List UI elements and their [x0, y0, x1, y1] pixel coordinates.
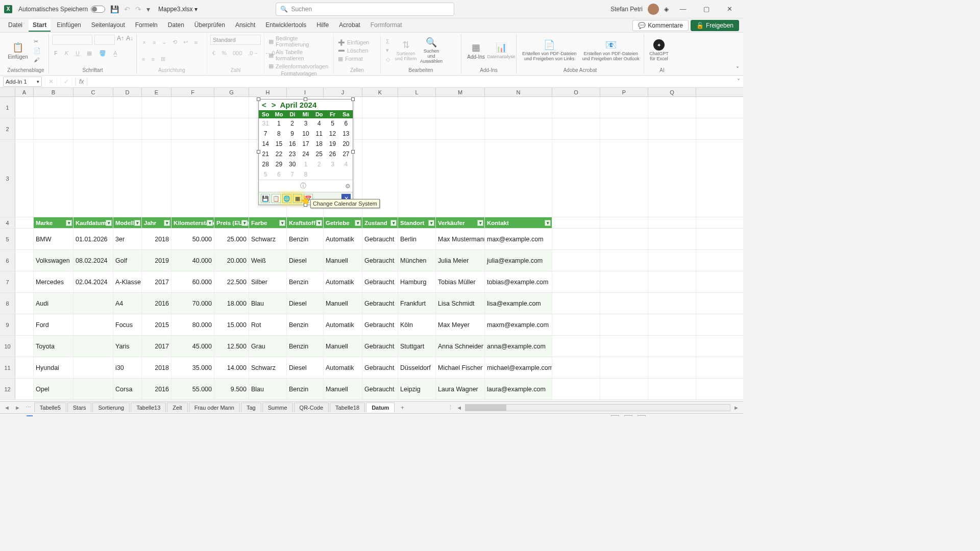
spreadsheet-grid[interactable]: A B C D E F G H I J K L M N O P Q 1234Ma…: [0, 88, 743, 401]
calendar-day[interactable]: 19: [326, 139, 339, 149]
col-header[interactable]: O: [552, 88, 600, 96]
cell[interactable]: [113, 97, 142, 118]
calendar-day[interactable]: 15: [272, 139, 285, 149]
increase-decimal-icon[interactable]: .0→: [246, 49, 260, 57]
cell[interactable]: [15, 229, 34, 249]
sheet-tab[interactable]: Sortierung: [92, 403, 130, 412]
cell[interactable]: [15, 118, 34, 139]
calendar-day[interactable]: 5: [259, 169, 272, 180]
calendar-system-button[interactable]: 🌐: [282, 194, 291, 203]
table-cell[interactable]: 15.000: [214, 314, 249, 335]
calendar-day[interactable]: 26: [326, 149, 339, 159]
table-cell[interactable]: Gebraucht: [362, 229, 398, 249]
zoom-level[interactable]: 100 %: [723, 416, 739, 417]
align-center-icon[interactable]: ≡: [140, 55, 147, 63]
document-name[interactable]: Mappe3.xlsx▾: [158, 6, 198, 13]
search-box[interactable]: 🔍 Suchen: [276, 3, 454, 16]
table-cell[interactable]: Automatik: [324, 229, 362, 249]
table-cell[interactable]: Frankfurt: [398, 293, 436, 314]
cell[interactable]: [600, 271, 648, 292]
table-cell[interactable]: Gebraucht: [362, 293, 398, 314]
delete-cells-button[interactable]: ➖ Löschen: [337, 47, 370, 55]
cell[interactable]: [398, 118, 436, 139]
table-cell[interactable]: Toyota: [34, 336, 74, 357]
table-cell[interactable]: 08.02.2024: [74, 250, 113, 271]
find-select-button[interactable]: 🔍Suchen und Auswählen: [420, 36, 443, 65]
table-cell[interactable]: 02.04.2024: [74, 271, 113, 292]
font-color-button[interactable]: A̲: [111, 49, 119, 58]
table-cell[interactable]: Tobias Müller: [436, 271, 485, 292]
redo-icon[interactable]: ↷: [135, 5, 141, 13]
cell[interactable]: [362, 97, 398, 118]
cell[interactable]: [436, 118, 485, 139]
cell[interactable]: [34, 140, 74, 217]
table-cell[interactable]: Schwarz: [249, 357, 287, 378]
table-cell[interactable]: 50.000: [172, 229, 214, 249]
cell[interactable]: [15, 140, 34, 217]
close-button[interactable]: ✕: [721, 5, 739, 13]
table-cell[interactable]: Benzin: [287, 379, 324, 399]
cell[interactable]: [214, 140, 249, 217]
table-cell[interactable]: Manuell: [324, 293, 362, 314]
paste-button[interactable]: 📋Einfügen: [6, 36, 30, 65]
cell[interactable]: [552, 314, 600, 335]
cell[interactable]: [648, 336, 696, 357]
calendar-day[interactable]: 4: [312, 118, 326, 129]
cell[interactable]: [648, 293, 696, 314]
table-cell[interactable]: 20.000: [214, 250, 249, 271]
calendar-tool-1[interactable]: 💾: [261, 194, 270, 203]
cell[interactable]: [15, 379, 34, 399]
col-header[interactable]: B: [34, 88, 74, 96]
table-cell[interactable]: Manuell: [324, 379, 362, 399]
cell[interactable]: [600, 293, 648, 314]
cell[interactable]: [600, 217, 648, 228]
filter-dropdown-icon[interactable]: ▾: [164, 220, 170, 226]
cell[interactable]: [15, 97, 34, 118]
calendar-day[interactable]: 13: [339, 129, 353, 139]
select-all-corner[interactable]: [0, 88, 15, 96]
calendar-day[interactable]: 7: [286, 169, 299, 180]
filter-dropdown-icon[interactable]: ▾: [545, 220, 551, 226]
row-header[interactable]: 2: [0, 118, 15, 139]
avatar[interactable]: [648, 4, 659, 15]
calendar-day[interactable]: 16: [286, 139, 299, 149]
table-header-cell[interactable]: Verkäufer▾: [436, 217, 485, 228]
table-cell[interactable]: Benzin: [287, 336, 324, 357]
sheet-nav-menu[interactable]: ⋯: [23, 404, 33, 411]
table-cell[interactable]: 25.000: [214, 229, 249, 249]
col-header[interactable]: E: [142, 88, 172, 96]
col-header[interactable]: I: [287, 88, 324, 96]
table-cell[interactable]: Blau: [249, 293, 287, 314]
table-cell[interactable]: Laura Wagner: [436, 379, 485, 399]
calendar-tool-4[interactable]: ▦: [293, 194, 302, 203]
zoom-out-button[interactable]: —: [651, 416, 656, 417]
calendar-tool-2[interactable]: 📋: [272, 194, 281, 203]
table-cell[interactable]: Opel: [34, 379, 74, 399]
table-cell[interactable]: Hyundai: [34, 357, 74, 378]
table-cell[interactable]: Benzin: [287, 314, 324, 335]
sheet-tab[interactable]: Datum: [366, 403, 395, 412]
table-cell[interactable]: Benzin: [287, 271, 324, 292]
menu-tab-entwicklertools[interactable]: Entwicklertools: [261, 19, 310, 32]
calendar-day[interactable]: 11: [312, 129, 326, 139]
table-cell[interactable]: 70.000: [172, 293, 214, 314]
calendar-day[interactable]: 9: [286, 129, 299, 139]
undo-icon[interactable]: ↶: [124, 5, 130, 13]
sheet-tab[interactable]: Tabelle13: [131, 403, 166, 412]
menu-tab-überprüfen[interactable]: Überprüfen: [190, 19, 229, 32]
table-cell[interactable]: [74, 293, 113, 314]
menu-tab-seitenlayout[interactable]: Seitenlayout: [87, 19, 129, 32]
cell[interactable]: [600, 336, 648, 357]
table-cell[interactable]: Diesel: [287, 293, 324, 314]
align-middle-icon[interactable]: ≡: [151, 38, 158, 46]
sheet-nav-prev[interactable]: ◄: [2, 405, 12, 411]
page-break-view-button[interactable]: [638, 415, 646, 417]
border-button[interactable]: ▦: [85, 49, 94, 58]
table-cell[interactable]: Berlin: [398, 229, 436, 249]
cell[interactable]: [600, 140, 648, 217]
filter-dropdown-icon[interactable]: ▾: [316, 220, 322, 226]
cell[interactable]: [398, 140, 436, 217]
cell[interactable]: [552, 97, 600, 118]
table-cell[interactable]: 3er: [113, 229, 142, 249]
cell[interactable]: [648, 314, 696, 335]
